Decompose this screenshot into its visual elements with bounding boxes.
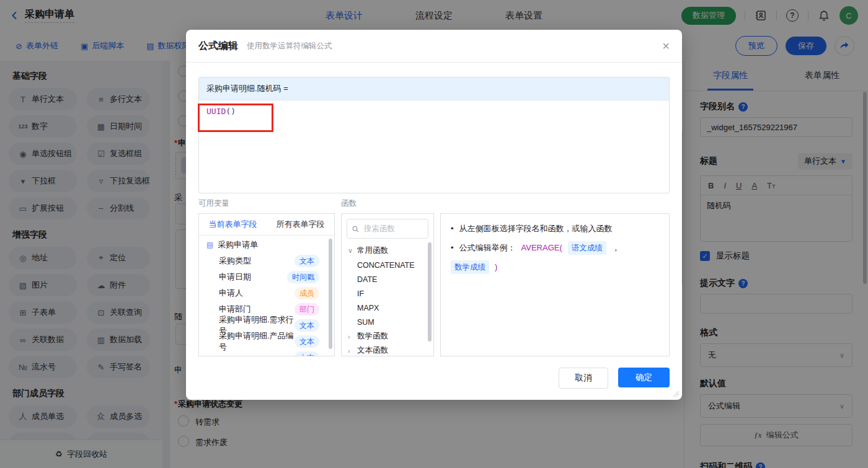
function-item[interactable]: CONCATENATE bbox=[342, 258, 433, 272]
annotation-highlight-box bbox=[198, 104, 273, 132]
formula-edit-dialog: 公式编辑 使用数学运算符编辑公式 × 采购申请明细.随机码 = UUID() 可… bbox=[186, 30, 682, 400]
resize-handle[interactable] bbox=[673, 391, 679, 397]
type-tag: 文本 bbox=[294, 351, 319, 356]
variable-row[interactable]: 申请日期时间戳 bbox=[199, 269, 334, 285]
confirm-button[interactable]: 确定 bbox=[618, 368, 670, 387]
function-search-input[interactable] bbox=[363, 224, 423, 234]
function-item[interactable]: DATE bbox=[342, 272, 433, 286]
formula-target-label: 采购申请明细.随机码 = bbox=[199, 77, 669, 100]
function-search bbox=[347, 219, 428, 239]
tab-all-form-fields[interactable]: 所有表单字段 bbox=[267, 214, 334, 235]
function-group-text[interactable]: ›文本函数 bbox=[342, 343, 433, 356]
function-item[interactable]: IF bbox=[342, 286, 433, 301]
variables-panel: 当前表单字段 所有表单字段 ▤采购申请单 采购类型文本 申请日期时间戳 申请人成… bbox=[198, 213, 335, 356]
example-function-token: AVERAGE( bbox=[521, 242, 562, 254]
cancel-button[interactable]: 取消 bbox=[559, 368, 608, 389]
functions-scrollbar[interactable] bbox=[428, 242, 432, 342]
caret-expanded-icon: ∨ bbox=[348, 247, 353, 255]
caret-collapsed-icon: › bbox=[348, 347, 353, 355]
close-icon[interactable]: × bbox=[662, 40, 670, 52]
caret-collapsed-icon: › bbox=[348, 333, 353, 340]
search-icon bbox=[352, 225, 359, 233]
bullet-icon: • bbox=[451, 242, 454, 254]
function-group-math[interactable]: ›数学函数 bbox=[342, 329, 433, 343]
functions-label: 函数 bbox=[341, 198, 356, 209]
example-field-chip: 语文成绩 bbox=[568, 241, 606, 255]
document-icon: ▤ bbox=[206, 241, 213, 249]
function-item[interactable]: MAPX bbox=[342, 301, 433, 315]
type-tag: 部门 bbox=[294, 303, 319, 316]
tree-root-form[interactable]: ▤采购申请单 bbox=[199, 237, 334, 253]
type-tag: 文本 bbox=[294, 319, 319, 332]
example-field-chip: 数学成绩 bbox=[451, 260, 489, 274]
function-item[interactable]: SUM bbox=[342, 315, 433, 329]
type-tag: 文本 bbox=[294, 255, 319, 267]
formula-editor: 采购申请明细.随机码 = UUID() bbox=[198, 77, 670, 193]
function-group-common[interactable]: ∨常用函数 bbox=[342, 244, 433, 258]
type-tag: 时间戳 bbox=[287, 271, 319, 283]
help-line-1: 从左侧面板选择字段名和函数，或输入函数 bbox=[459, 223, 613, 235]
variable-row[interactable]: 申请人成员 bbox=[199, 285, 334, 301]
type-tag: 文本 bbox=[294, 335, 319, 348]
bullet-icon: • bbox=[451, 223, 454, 235]
variables-scrollbar[interactable] bbox=[329, 239, 332, 349]
variables-label: 可用变量 bbox=[198, 198, 229, 209]
tab-current-form-fields[interactable]: 当前表单字段 bbox=[199, 214, 267, 235]
help-line-2: 公式编辑举例： bbox=[459, 242, 516, 254]
help-panel: •从左侧面板选择字段名和函数，或输入函数 •公式编辑举例：AVERAGE(语文成… bbox=[440, 213, 670, 356]
variable-row[interactable]: 采购类型文本 bbox=[199, 253, 334, 269]
functions-panel: ∨常用函数 CONCATENATE DATE IF MAPX SUM ›数学函数… bbox=[341, 213, 434, 356]
dialog-subtitle: 使用数学运算符编辑公式 bbox=[247, 41, 332, 51]
variable-row[interactable]: 采购申请明细.产品编号文本 bbox=[199, 333, 334, 350]
dialog-title: 公式编辑 bbox=[198, 40, 238, 53]
type-tag: 成员 bbox=[294, 287, 319, 299]
